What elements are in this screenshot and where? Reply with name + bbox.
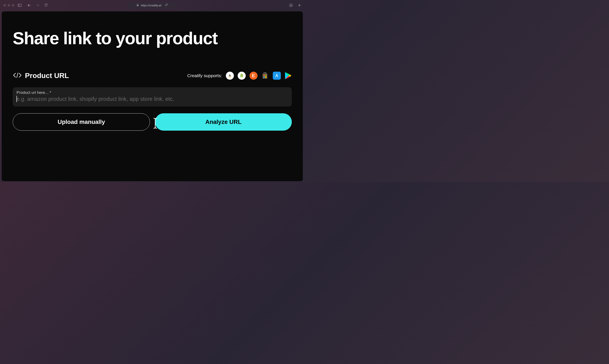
sidebar-toggle-icon[interactable] xyxy=(18,4,22,7)
lock-icon xyxy=(137,3,139,7)
url-section-header: Product URL Creatify supports: a E xyxy=(13,71,292,80)
button-row: Upload manually Analyze URL xyxy=(13,113,292,131)
share-link-icon[interactable] xyxy=(165,3,168,7)
close-window-button[interactable] xyxy=(3,4,6,7)
product-url-input[interactable] xyxy=(16,96,288,102)
svg-rect-6 xyxy=(265,75,266,76)
page-content: Share link to your product Product URL C… xyxy=(2,12,303,181)
app-store-icon xyxy=(273,72,281,80)
nav-group xyxy=(27,4,48,7)
chrome-right-controls xyxy=(289,4,301,7)
page-title: Share link to your product xyxy=(13,28,292,48)
maximize-window-button[interactable] xyxy=(12,4,14,7)
product-url-label: Product URL xyxy=(25,71,69,80)
forward-button[interactable] xyxy=(36,4,39,7)
svg-rect-7 xyxy=(264,77,265,78)
upload-button-label: Upload manually xyxy=(57,118,105,125)
url-input-container[interactable]: Product url here... * xyxy=(13,87,292,106)
back-button[interactable] xyxy=(27,4,31,7)
input-caret xyxy=(16,96,17,102)
svg-rect-5 xyxy=(264,75,265,76)
svg-rect-2 xyxy=(137,5,138,6)
address-bar[interactable]: https://creatify.ai/ xyxy=(128,2,177,8)
svg-rect-0 xyxy=(18,4,21,7)
upload-manually-button[interactable]: Upload manually xyxy=(13,113,150,131)
minimize-window-button[interactable] xyxy=(8,4,10,7)
shopify-icon xyxy=(238,72,246,80)
new-tab-button[interactable] xyxy=(298,4,301,7)
traffic-lights xyxy=(3,4,14,7)
url-input-label: Product url here... * xyxy=(16,90,288,95)
svg-rect-8 xyxy=(265,77,266,78)
reload-button[interactable] xyxy=(44,4,48,7)
svg-text:a: a xyxy=(229,74,231,77)
analyze-button-label: Analyze URL xyxy=(205,118,241,125)
google-play-icon xyxy=(285,72,292,80)
store-icons-list: a E xyxy=(226,72,292,80)
supports-label: Creatify supports: xyxy=(187,73,222,78)
browser-chrome: https://creatify.ai/ xyxy=(0,0,304,11)
etsy-icon: E xyxy=(250,72,258,80)
address-url: https://creatify.ai/ xyxy=(141,4,161,7)
code-icon xyxy=(13,72,22,79)
microsoft-store-icon xyxy=(261,72,269,79)
supports-group: Creatify supports: a E xyxy=(187,72,292,80)
url-label-group: Product URL xyxy=(13,71,69,80)
downloads-icon[interactable] xyxy=(289,4,293,7)
amazon-icon: a xyxy=(226,72,234,80)
analyze-url-button[interactable]: Analyze URL xyxy=(155,113,292,131)
